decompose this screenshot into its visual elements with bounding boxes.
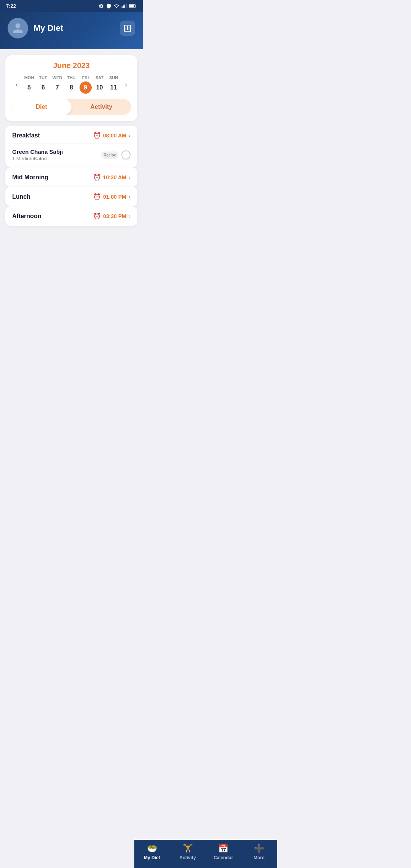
- meal-time-row: ⏰ 01:00 PM ›: [93, 193, 131, 200]
- expand-icon[interactable]: ›: [129, 132, 131, 139]
- meal-card-2: Lunch ⏰ 01:00 PM ›: [5, 187, 137, 206]
- svg-rect-5: [129, 5, 134, 7]
- day-number: 5: [23, 81, 35, 94]
- meal-card-1: Mid Morning ⏰ 10:30 AM ›: [5, 168, 137, 187]
- meal-card-0: Breakfast ⏰ 08:00 AM › Green Chana Sabji…: [5, 126, 137, 168]
- battery-icon: [129, 4, 137, 8]
- day-9[interactable]: FRI 9: [80, 75, 92, 94]
- day-label: THU: [67, 75, 76, 80]
- meals-container: Breakfast ⏰ 08:00 AM › Green Chana Sabji…: [5, 126, 137, 226]
- clock-icon: ⏰: [93, 212, 101, 220]
- meal-time-row: ⏰ 08:00 AM ›: [93, 132, 131, 139]
- wifi-icon: [114, 3, 119, 9]
- day-number: 7: [51, 81, 64, 94]
- chart-button[interactable]: [120, 21, 135, 36]
- meal-item-0: Green Chana Sabji 1 MediumKatori Recipe: [12, 144, 131, 161]
- day-number: 10: [94, 81, 106, 94]
- day-number: 8: [65, 81, 78, 94]
- day-label: FRI: [82, 75, 89, 80]
- expand-icon[interactable]: ›: [129, 174, 131, 181]
- diet-activity-toggle: Diet Activity: [11, 99, 131, 115]
- chart-icon: [123, 24, 132, 33]
- app-header: My Diet: [0, 12, 143, 49]
- meal-item-info: Green Chana Sabji 1 MediumKatori: [12, 148, 63, 161]
- calendar-card: June 2023 ‹ MON 5 TUE 6 WED 7 THU 8 FRI …: [5, 55, 137, 121]
- svg-rect-6: [136, 5, 137, 6]
- prev-week-button[interactable]: ‹: [11, 79, 22, 90]
- clock-icon: ⏰: [93, 174, 101, 181]
- clock-icon: ⏰: [93, 132, 101, 139]
- meal-name: Breakfast: [12, 132, 40, 139]
- svg-rect-0: [122, 6, 123, 8]
- meal-time: 01:00 PM: [103, 194, 126, 200]
- meal-header[interactable]: Afternoon ⏰ 03:30 PM ›: [12, 212, 131, 220]
- nav-item-my-diet[interactable]: 🥗 My Diet: [134, 844, 143, 860]
- expand-icon[interactable]: ›: [129, 193, 131, 200]
- day-10[interactable]: SAT 10: [94, 75, 106, 94]
- time: 7:22: [6, 3, 16, 9]
- day-11[interactable]: SUN 11: [108, 75, 120, 94]
- svg-rect-3: [126, 3, 126, 8]
- svg-rect-1: [123, 5, 124, 8]
- meal-item-qty: 1 MediumKatori: [12, 156, 63, 161]
- bottom-nav: 🥗 My Diet 🏋️ Activity 📅 Calendar ➕ More: [134, 840, 143, 868]
- diet-toggle-button[interactable]: Diet: [11, 99, 72, 115]
- day-number: 11: [108, 81, 120, 94]
- main-content: June 2023 ‹ MON 5 TUE 6 WED 7 THU 8 FRI …: [0, 49, 143, 282]
- status-icons: [99, 3, 137, 9]
- meal-checkbox[interactable]: [121, 150, 131, 160]
- next-week-button[interactable]: ›: [121, 79, 131, 90]
- month-title: June 2023: [11, 61, 131, 70]
- day-5[interactable]: MON 5: [23, 75, 35, 94]
- meal-item-icons: Recipe: [101, 150, 131, 160]
- shield-icon: [106, 3, 112, 9]
- day-6[interactable]: TUE 6: [37, 75, 49, 94]
- day-label: MON: [24, 75, 34, 80]
- day-label: TUE: [39, 75, 48, 80]
- meal-name: Afternoon: [12, 213, 41, 220]
- meal-header[interactable]: Mid Morning ⏰ 10:30 AM ›: [12, 174, 131, 181]
- avatar[interactable]: [8, 18, 28, 38]
- meal-time: 08:00 AM: [103, 132, 126, 139]
- status-bar: 7:22: [0, 0, 143, 12]
- meal-header[interactable]: Lunch ⏰ 01:00 PM ›: [12, 193, 131, 200]
- header-left: My Diet: [8, 18, 63, 38]
- expand-icon[interactable]: ›: [129, 213, 131, 220]
- meal-time-row: ⏰ 03:30 PM ›: [93, 212, 131, 220]
- day-label: SUN: [109, 75, 118, 80]
- day-number: 9: [80, 81, 92, 94]
- day-label: WED: [53, 75, 62, 80]
- day-label: SAT: [96, 75, 104, 80]
- signal-icon: [121, 3, 127, 9]
- meal-header[interactable]: Breakfast ⏰ 08:00 AM ›: [12, 132, 131, 139]
- avatar-icon: [12, 22, 24, 34]
- meal-time-row: ⏰ 10:30 AM ›: [93, 174, 131, 181]
- recipe-badge[interactable]: Recipe: [101, 152, 118, 159]
- activity-toggle-button[interactable]: Activity: [72, 99, 132, 115]
- app-title: My Diet: [33, 23, 63, 33]
- settings-icon: [99, 3, 104, 9]
- day-8[interactable]: THU 8: [65, 75, 78, 94]
- day-number: 6: [37, 81, 49, 94]
- meal-name: Mid Morning: [12, 174, 48, 181]
- meal-time: 10:30 AM: [103, 174, 126, 180]
- meal-item-name: Green Chana Sabji: [12, 148, 63, 155]
- meal-name: Lunch: [12, 193, 30, 200]
- meal-time: 03:30 PM: [103, 213, 126, 219]
- meal-card-3: Afternoon ⏰ 03:30 PM ›: [5, 206, 137, 226]
- days-row: MON 5 TUE 6 WED 7 THU 8 FRI 9 SAT 10 SUN…: [22, 75, 121, 94]
- day-7[interactable]: WED 7: [51, 75, 64, 94]
- week-nav: ‹ MON 5 TUE 6 WED 7 THU 8 FRI 9 SAT 10 S…: [11, 75, 131, 94]
- clock-icon: ⏰: [93, 193, 101, 200]
- svg-rect-2: [124, 4, 125, 8]
